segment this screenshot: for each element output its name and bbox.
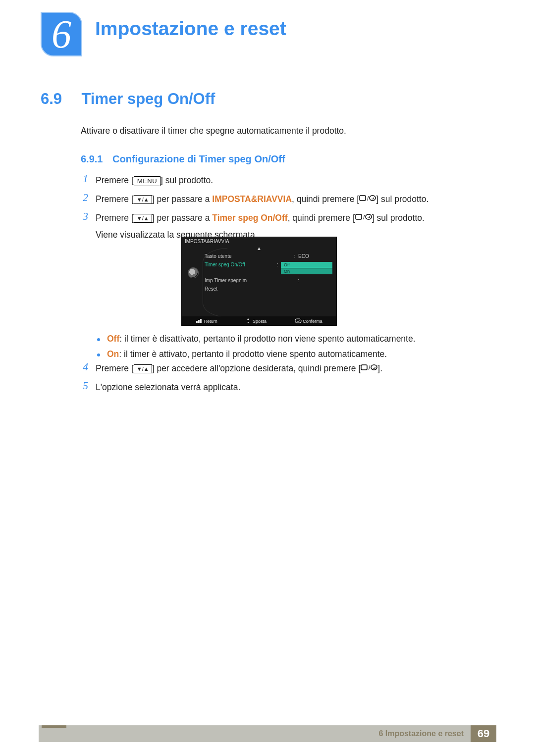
section-heading: 6.9 Timer speg On/Off: [41, 90, 215, 108]
osd-option: Off: [281, 262, 332, 268]
subsection-heading: 6.9.1 Configurazione di Timer speg On/Of…: [81, 153, 285, 165]
svg-rect-0: [360, 196, 366, 201]
subsection-title: Configurazione di Timer speg On/Off: [112, 153, 285, 164]
svg-rect-9: [295, 319, 301, 323]
svg-rect-6: [196, 321, 198, 323]
updown-button-icon: ▼/▲: [134, 364, 152, 373]
osd-option-dropdown: Off On: [281, 262, 332, 275]
osd-footer: Return Sposta Conferma: [182, 316, 336, 325]
chapter-number-tab: 6: [41, 12, 82, 56]
section-number: 6.9: [41, 90, 79, 108]
sub-bullets: Off: il timer è disattivato, pertanto il…: [97, 332, 479, 364]
gear-icon: [188, 268, 198, 278]
bullet-item: Off: il timer è disattivato, pertanto il…: [97, 334, 479, 344]
svg-text:/: /: [367, 195, 369, 202]
keyword: On: [107, 349, 119, 359]
svg-rect-12: [371, 365, 377, 370]
footer-accent: [42, 725, 66, 728]
osd-arc-decoration: [203, 248, 227, 317]
svg-text:/: /: [369, 364, 371, 371]
steps-list: 1 Premere [MENU] sul prodotto. 2 Premere…: [83, 173, 494, 247]
osd-footer-confirm: Conferma: [295, 318, 322, 324]
osd-option: On: [281, 268, 332, 274]
keyword: Timer speg On/Off: [212, 213, 287, 223]
svg-rect-2: [370, 196, 375, 201]
chapter-title: Impostazione e reset: [95, 18, 286, 40]
section-intro: Attivare o disattivare il timer che speg…: [81, 126, 346, 136]
bullet-item: On: il timer è attivato, pertanto il pro…: [97, 349, 479, 359]
select-enter-icon: /: [359, 195, 376, 202]
section-title: Timer speg On/Off: [81, 90, 215, 107]
page-number: 69: [471, 725, 496, 742]
osd-item-value: ECO: [298, 253, 309, 259]
keyword: Off: [107, 334, 119, 344]
footer-label: 6 Impostazione e reset: [378, 729, 464, 738]
page-footer: 6 Impostazione e reset 69: [39, 725, 496, 742]
svg-rect-10: [361, 365, 367, 370]
step-body: Premere [MENU] sul prodotto.: [96, 173, 494, 187]
updown-button-icon: ▼/▲: [134, 214, 152, 223]
svg-rect-7: [198, 320, 200, 323]
osd-category-icon: [182, 251, 205, 294]
subsection-number: 6.9.1: [81, 153, 103, 165]
svg-rect-8: [200, 319, 202, 323]
step-body: L'opzione selezionata verrà applicata.: [96, 380, 494, 394]
osd-title: IMPOSTA&RIAVVIA: [182, 237, 336, 246]
step-body: Premere [▼/▲] per accedere all'opzione d…: [96, 361, 494, 375]
svg-rect-5: [366, 214, 372, 219]
keyword: IMPOSTA&RIAVVIA: [212, 194, 292, 204]
osd-arrow-up-icon: ▲: [182, 246, 336, 251]
chapter-number: 6: [52, 12, 71, 56]
menu-button-icon: MENU: [134, 176, 160, 186]
steps-list-cont: 4 Premere [▼/▲] per accedere all'opzione…: [83, 361, 494, 399]
svg-rect-3: [356, 214, 362, 219]
bullet-dot-icon: [97, 338, 100, 341]
osd-footer-move: Sposta: [245, 318, 267, 324]
step-number: 3: [83, 211, 96, 222]
step-number: 4: [83, 361, 96, 372]
step-number: 1: [83, 173, 96, 184]
step-2: 2 Premere [▼/▲] per passare a IMPOSTA&RI…: [83, 192, 494, 206]
step-number: 5: [83, 380, 96, 391]
select-enter-icon: /: [361, 364, 377, 371]
bullet-dot-icon: [97, 353, 100, 356]
step-body: Premere [▼/▲] per passare a Timer speg O…: [96, 211, 494, 225]
step-1: 1 Premere [MENU] sul prodotto.: [83, 173, 494, 187]
step-4: 4 Premere [▼/▲] per accedere all'opzione…: [83, 361, 494, 375]
select-enter-icon: /: [355, 213, 372, 220]
step-3: 3 Premere [▼/▲] per passare a Timer speg…: [83, 211, 494, 225]
osd-screenshot: IMPOSTA&RIAVVIA ▲ Tasto utente : ECO Tim…: [181, 237, 337, 326]
step-body: Premere [▼/▲] per passare a IMPOSTA&RIAV…: [96, 192, 494, 206]
osd-footer-return: Return: [196, 318, 217, 324]
updown-button-icon: ▼/▲: [134, 195, 152, 204]
step-number: 2: [83, 192, 96, 203]
svg-text:/: /: [363, 214, 365, 220]
step-5: 5 L'opzione selezionata verrà applicata.: [83, 380, 494, 394]
